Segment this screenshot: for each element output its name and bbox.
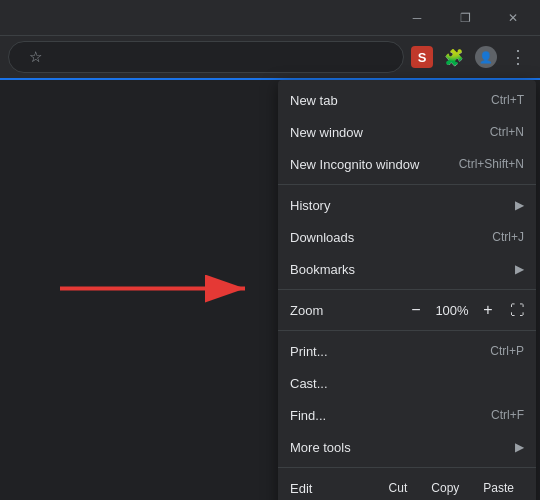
menu-item-more-tools[interactable]: More tools ▶ (278, 431, 536, 463)
menu-item-find-label: Find... (290, 408, 475, 423)
main-content: New tab Ctrl+T New window Ctrl+N New Inc… (0, 80, 540, 500)
restore-button[interactable]: ❐ (442, 3, 488, 33)
profile-button[interactable]: 👤 (472, 43, 500, 71)
menu-item-history-label: History (290, 198, 507, 213)
extension-s-button[interactable]: S (408, 43, 436, 71)
separator-2 (278, 289, 536, 290)
menu-item-history[interactable]: History ▶ (278, 189, 536, 221)
zoom-controls: − 100% + ⛶ (404, 298, 524, 322)
menu-item-more-tools-label: More tools (290, 440, 507, 455)
menu-item-new-incognito-label: New Incognito window (290, 157, 443, 172)
menu-item-new-tab[interactable]: New tab Ctrl+T (278, 84, 536, 116)
menu-item-find[interactable]: Find... Ctrl+F (278, 399, 536, 431)
separator-4 (278, 467, 536, 468)
dropdown-menu: New tab Ctrl+T New window Ctrl+N New Inc… (278, 80, 536, 500)
menu-item-new-incognito-shortcut: Ctrl+Shift+N (459, 157, 524, 171)
menu-item-cast-label: Cast... (290, 376, 524, 391)
chrome-menu-button[interactable]: ⋮ (504, 43, 532, 71)
close-button[interactable]: ✕ (490, 3, 536, 33)
bookmarks-arrow-icon: ▶ (515, 262, 524, 276)
address-bar[interactable]: ☆ (8, 41, 404, 73)
arrow-indicator (60, 269, 260, 312)
menu-item-bookmarks[interactable]: Bookmarks ▶ (278, 253, 536, 285)
copy-button[interactable]: Copy (421, 479, 469, 497)
menu-item-new-window[interactable]: New window Ctrl+N (278, 116, 536, 148)
menu-item-print-shortcut: Ctrl+P (490, 344, 524, 358)
more-options-icon: ⋮ (509, 46, 528, 68)
cut-button[interactable]: Cut (379, 479, 418, 497)
menu-item-new-tab-label: New tab (290, 93, 475, 108)
edit-label: Edit (290, 481, 375, 496)
zoom-out-button[interactable]: − (404, 298, 428, 322)
browser-toolbar: ☆ S 🧩 👤 ⋮ (0, 36, 540, 80)
menu-item-print[interactable]: Print... Ctrl+P (278, 335, 536, 367)
menu-item-downloads-label: Downloads (290, 230, 476, 245)
more-tools-arrow-icon: ▶ (515, 440, 524, 454)
zoom-label: Zoom (290, 303, 404, 318)
menu-item-cast[interactable]: Cast... (278, 367, 536, 399)
extension-s-icon: S (411, 46, 433, 68)
zoom-row[interactable]: Zoom − 100% + ⛶ (278, 294, 536, 326)
bookmark-icon[interactable]: ☆ (21, 43, 49, 71)
fullscreen-button[interactable]: ⛶ (510, 302, 524, 318)
menu-item-downloads-shortcut: Ctrl+J (492, 230, 524, 244)
zoom-value: 100% (434, 303, 470, 318)
zoom-in-button[interactable]: + (476, 298, 500, 322)
menu-item-new-window-label: New window (290, 125, 474, 140)
edit-row[interactable]: Edit Cut Copy Paste (278, 472, 536, 500)
menu-item-find-shortcut: Ctrl+F (491, 408, 524, 422)
extensions-button[interactable]: 🧩 (440, 43, 468, 71)
minimize-button[interactable]: ─ (394, 3, 440, 33)
puzzle-icon: 🧩 (444, 48, 464, 67)
titlebar: ─ ❐ ✕ (0, 0, 540, 36)
separator-1 (278, 184, 536, 185)
menu-item-new-incognito[interactable]: New Incognito window Ctrl+Shift+N (278, 148, 536, 180)
menu-item-bookmarks-label: Bookmarks (290, 262, 507, 277)
menu-item-downloads[interactable]: Downloads Ctrl+J (278, 221, 536, 253)
history-arrow-icon: ▶ (515, 198, 524, 212)
paste-button[interactable]: Paste (473, 479, 524, 497)
profile-avatar: 👤 (475, 46, 497, 68)
separator-3 (278, 330, 536, 331)
menu-item-new-window-shortcut: Ctrl+N (490, 125, 524, 139)
menu-item-print-label: Print... (290, 344, 474, 359)
window-controls: ─ ❐ ✕ (394, 3, 536, 33)
menu-item-new-tab-shortcut: Ctrl+T (491, 93, 524, 107)
